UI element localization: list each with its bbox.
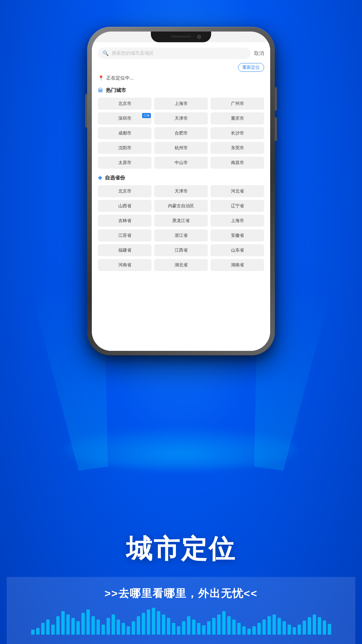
hot-cities-header: 🏛 热门城市 [92, 85, 270, 96]
bottom-text-area: 城市定位 >>去哪里看哪里，外出无忧<< [0, 518, 362, 644]
wave-bar-item [202, 625, 205, 635]
city-item[interactable]: 太原市 [98, 157, 152, 169]
wave-bar-item [252, 626, 256, 635]
province-item[interactable]: 辽宁省 [210, 200, 264, 212]
wave-bar-item [298, 625, 301, 635]
province-item[interactable]: 天津市 [154, 185, 208, 197]
province-item[interactable]: 江苏省 [98, 229, 152, 241]
speaker [171, 36, 191, 38]
province-item[interactable]: 北京市 [98, 185, 152, 197]
wave-bar-item [318, 617, 321, 635]
wave-bar-item [197, 623, 200, 635]
city-item[interactable]: 南昌市 [210, 157, 264, 169]
city-item[interactable]: 合肥市 [154, 127, 208, 139]
wave-bar-item [242, 626, 246, 635]
province-item[interactable]: 福建省 [98, 244, 152, 256]
hot-cities-grid: 北京市上海市广州市深圳市已城天津市重庆市成都市合肥市长沙市沈阳市杭州市东莞市太原… [92, 96, 270, 172]
phone-frame: 🔍 搜索您的城市及地区 取消 重新定位 📍 正在定位中... 🏛 [87, 27, 275, 356]
wave-bar-item [152, 608, 155, 635]
wave-bar-item [328, 624, 331, 635]
cancel-button[interactable]: 取消 [254, 50, 264, 57]
wave-bar-item [117, 620, 120, 635]
province-item[interactable]: 黑龙江省 [154, 215, 208, 227]
city-item[interactable]: 沈阳市 [98, 142, 152, 154]
wave-bar-item [313, 614, 316, 635]
city-item[interactable]: 重庆市 [210, 112, 264, 124]
wave-bar-item [122, 623, 125, 635]
wave-bar-item [232, 620, 236, 635]
wave-bar-item [217, 614, 221, 635]
city-item[interactable]: 上海市 [154, 98, 208, 110]
custom-provinces-title: 自选省份 [105, 175, 125, 181]
wave-bar-item [157, 611, 160, 635]
city-item[interactable]: 东莞市 [210, 142, 264, 154]
city-item[interactable]: 成都市 [98, 127, 152, 139]
wave-bar-item [36, 628, 40, 635]
wave-bar-item [247, 629, 251, 635]
header: 🔍 搜索您的城市及地区 取消 [92, 42, 270, 62]
city-item[interactable]: 广州市 [210, 98, 264, 110]
wave-bar-item [303, 621, 306, 635]
city-item[interactable]: 杭州市 [154, 142, 208, 154]
wave-bar-item [162, 614, 165, 635]
wave-bar-item [227, 616, 231, 635]
province-grid: 北京市天津市河北省山西省内蒙古自治区辽宁省吉林省黑龙江省上海市江苏省浙江省安徽省… [92, 184, 270, 274]
province-item[interactable]: 上海市 [210, 215, 264, 227]
relocate-button[interactable]: 重新定位 [238, 63, 264, 72]
city-item[interactable]: 深圳市已城 [98, 112, 152, 124]
wave-bar-item [61, 611, 65, 635]
wave-bar-item [46, 620, 50, 635]
notch [151, 32, 211, 42]
wave-bar-item [86, 609, 90, 635]
phone-device: 🔍 搜索您的城市及地区 取消 重新定位 📍 正在定位中... 🏛 [87, 27, 275, 356]
province-item[interactable]: 山西省 [98, 200, 152, 212]
wave-bars-visual [17, 608, 345, 635]
wave-bar-item [142, 613, 145, 635]
main-title: 城市定位 [7, 532, 355, 567]
wave-bar-item [172, 623, 175, 635]
city-item[interactable]: 长沙市 [210, 127, 264, 139]
relocate-bar: 重新定位 [92, 62, 270, 74]
custom-icon: ✚ [98, 175, 102, 181]
wave-bar: >>去哪里看哪里，外出无忧<< [7, 577, 355, 644]
wave-bar-item [187, 616, 190, 635]
wave-bar-item [137, 616, 140, 635]
province-item[interactable]: 湖南省 [210, 259, 264, 271]
wave-bar-item [293, 627, 296, 635]
wave-bar-item [112, 614, 115, 635]
province-item[interactable]: 江西省 [154, 244, 208, 256]
wave-bar-item [262, 620, 266, 635]
location-status-text: 正在定位中... [106, 75, 134, 81]
wave-bar-item [76, 621, 80, 635]
province-item[interactable]: 河南省 [98, 259, 152, 271]
province-item[interactable]: 内蒙古自治区 [154, 200, 208, 212]
wave-bar-item [102, 625, 105, 635]
city-item[interactable]: 中山市 [154, 157, 208, 169]
wave-bar-item [92, 616, 95, 635]
hot-cities-title: 热门城市 [106, 87, 126, 94]
wave-bar-item [257, 623, 261, 635]
province-item[interactable]: 河北省 [210, 185, 264, 197]
province-item[interactable]: 浙江省 [154, 229, 208, 241]
city-item[interactable]: 北京市 [98, 98, 152, 110]
location-status: 📍 正在定位中... [92, 74, 270, 85]
wave-bar-item [56, 616, 60, 635]
wave-bar-item [127, 626, 130, 635]
province-item[interactable]: 安徽省 [210, 229, 264, 241]
wave-bar-item [182, 621, 185, 635]
wave-bar-item [97, 620, 100, 635]
province-item[interactable]: 山东省 [210, 244, 264, 256]
province-item[interactable]: 湖北省 [154, 259, 208, 271]
wave-bar-item [278, 618, 281, 635]
search-placeholder: 搜索您的城市及地区 [112, 50, 154, 56]
screen-content: 🔍 搜索您的城市及地区 取消 重新定位 📍 正在定位中... 🏛 [92, 42, 270, 351]
mute-button [85, 94, 87, 127]
search-box[interactable]: 🔍 搜索您的城市及地区 [98, 48, 251, 59]
wave-bar-item [212, 618, 216, 635]
province-item[interactable]: 吉林省 [98, 215, 152, 227]
wave-bar-item [132, 621, 135, 635]
wave-bar-item [81, 613, 85, 635]
wave-bar-item [222, 611, 226, 635]
wave-bar-item [288, 625, 291, 635]
city-item[interactable]: 天津市 [154, 112, 208, 124]
